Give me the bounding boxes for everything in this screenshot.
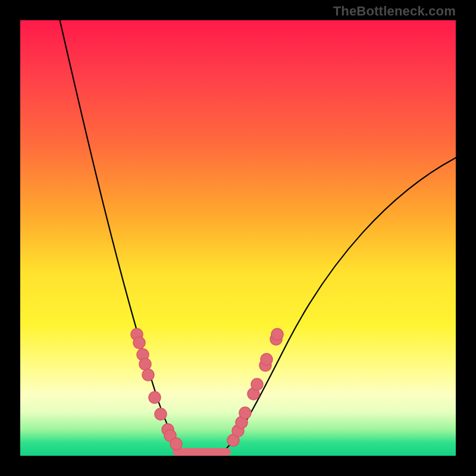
data-point xyxy=(261,353,273,365)
valley-band xyxy=(173,448,231,456)
data-point xyxy=(133,337,145,349)
dots-left xyxy=(131,328,182,450)
data-point xyxy=(271,328,283,340)
data-point xyxy=(149,392,161,403)
dots-right xyxy=(227,328,283,446)
curve-right xyxy=(217,157,457,456)
data-point xyxy=(239,407,251,419)
data-point xyxy=(170,438,182,450)
curve-left xyxy=(57,8,198,456)
data-point xyxy=(155,408,167,420)
data-point xyxy=(251,378,263,390)
data-point xyxy=(142,369,154,381)
chart-overlay xyxy=(20,20,456,456)
data-point xyxy=(139,358,151,370)
watermark-text: TheBottleneck.com xyxy=(333,4,456,19)
chart-frame: TheBottleneck.com xyxy=(0,0,476,476)
